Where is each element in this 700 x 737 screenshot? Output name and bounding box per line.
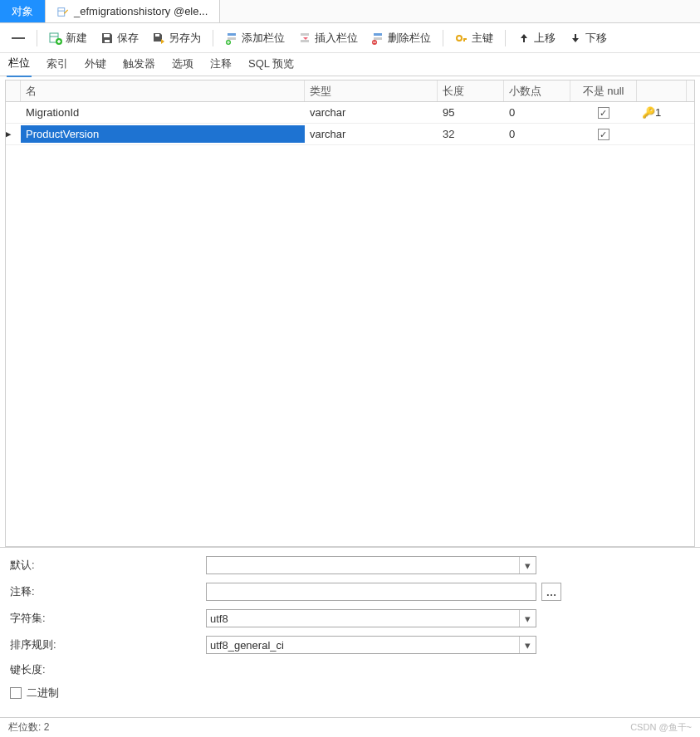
arrow-up-icon [517, 32, 531, 45]
row-gutter [6, 110, 21, 115]
tab-sql-preview[interactable]: SQL 预览 [247, 53, 296, 76]
add-field-icon [225, 32, 238, 45]
cell-name[interactable]: MigrationId [21, 104, 305, 121]
cell-decimals[interactable]: 0 [504, 104, 570, 121]
move-up-label: 上移 [534, 31, 556, 46]
gutter-header [6, 81, 21, 101]
save-as-button[interactable]: 另存为 [147, 29, 206, 47]
key-length-label: 键长度: [10, 662, 206, 677]
menu-button[interactable] [7, 30, 30, 46]
charset-combo[interactable]: utf8 ▾ [206, 609, 536, 627]
tab-objects[interactable]: 对象 [0, 0, 46, 22]
row-gutter: ▶ [6, 132, 21, 137]
table-row[interactable]: MigrationIdvarchar950✓🔑1 [6, 102, 694, 124]
move-down-button[interactable]: 下移 [564, 29, 612, 47]
svg-point-16 [457, 36, 462, 41]
insert-field-label: 插入栏位 [315, 31, 358, 46]
primary-key-button[interactable]: 主键 [450, 29, 498, 47]
field-count: 栏位数: 2 [8, 720, 49, 735]
save-as-icon [152, 32, 165, 45]
cell-key [637, 132, 687, 137]
col-type[interactable]: 类型 [305, 81, 438, 101]
status-bar: 栏位数: 2 CSDN @鱼干~ [0, 717, 700, 737]
svg-rect-5 [104, 34, 110, 37]
delete-field-label: 删除栏位 [388, 31, 431, 46]
svg-rect-6 [105, 40, 110, 42]
cell-not-null[interactable]: ✓ [570, 125, 637, 144]
collation-value: utf8_general_ci [210, 639, 284, 652]
default-label: 默认: [10, 558, 206, 573]
binary-checkbox[interactable] [10, 687, 22, 699]
field-properties: 默认: ▾ 注释: … 字符集: utf8 ▾ 排序规则: utf8_gener… [0, 547, 700, 717]
col-length[interactable]: 长度 [438, 81, 504, 101]
col-name[interactable]: 名 [21, 81, 305, 101]
collation-label: 排序规则: [10, 637, 206, 652]
binary-label: 二进制 [27, 686, 59, 700]
svg-rect-9 [228, 37, 236, 40]
cell-length[interactable]: 32 [438, 125, 504, 143]
arrow-down-icon [569, 32, 582, 45]
comment-input[interactable] [206, 583, 536, 601]
tab-fields[interactable]: 栏位 [7, 52, 32, 77]
col-decimals[interactable]: 小数点 [504, 81, 570, 101]
tab-editor-label: _efmigrationshistory @ele... [74, 5, 208, 17]
save-button[interactable]: 保存 [95, 29, 144, 47]
grid-header: 名 类型 长度 小数点 不是 null [6, 81, 694, 102]
svg-rect-11 [301, 33, 309, 36]
comment-more-button[interactable]: … [541, 583, 561, 601]
add-field-label: 添加栏位 [242, 31, 285, 46]
tab-triggers[interactable]: 触发器 [121, 53, 157, 76]
chevron-down-icon[interactable]: ▾ [519, 637, 536, 653]
chevron-down-icon[interactable]: ▾ [519, 557, 536, 573]
insert-field-button[interactable]: 插入栏位 [293, 29, 363, 47]
cell-name[interactable]: ProductVersion [21, 125, 305, 143]
move-up-button[interactable]: 上移 [512, 29, 560, 47]
toolbar: 新建 保存 另存为 添加栏位 插入栏位 删除栏位 主键 上移 下移 [0, 23, 700, 53]
charset-label: 字符集: [10, 611, 206, 626]
default-combo[interactable]: ▾ [206, 556, 536, 574]
svg-rect-13 [374, 33, 382, 36]
new-label: 新建 [66, 31, 87, 46]
add-field-button[interactable]: 添加栏位 [220, 29, 290, 47]
tab-comment[interactable]: 注释 [208, 53, 233, 76]
not-null-checkbox[interactable]: ✓ [598, 107, 609, 119]
insert-field-icon [298, 32, 311, 45]
main-area: 名 类型 长度 小数点 不是 null MigrationIdvarchar95… [0, 76, 700, 717]
tab-editor[interactable]: _efmigrationshistory @ele... [46, 0, 220, 22]
col-key [637, 81, 687, 101]
new-table-icon [49, 32, 62, 45]
table-edit-icon [57, 6, 69, 17]
table-row[interactable]: ▶ProductVersionvarchar320✓ [6, 124, 694, 145]
delete-field-button[interactable]: 删除栏位 [366, 29, 436, 47]
not-null-checkbox[interactable]: ✓ [598, 129, 609, 140]
tab-options[interactable]: 选项 [170, 53, 195, 76]
cell-decimals[interactable]: 0 [504, 125, 570, 143]
watermark: CSDN @鱼干~ [630, 721, 692, 734]
tab-indexes[interactable]: 索引 [45, 53, 70, 76]
save-icon [100, 32, 114, 45]
comment-label: 注释: [10, 584, 206, 599]
charset-value: utf8 [210, 613, 228, 625]
grid-body[interactable]: MigrationIdvarchar950✓🔑1▶ProductVersionv… [6, 102, 694, 546]
cell-not-null[interactable]: ✓ [570, 104, 637, 122]
save-as-label: 另存为 [169, 31, 201, 46]
separator [213, 30, 213, 46]
col-not-null[interactable]: 不是 null [570, 81, 637, 101]
row-indicator-icon: ▶ [6, 129, 11, 139]
cell-key: 🔑1 [637, 104, 687, 121]
svg-rect-12 [301, 40, 309, 42]
document-tab-bar: 对象 _efmigrationshistory @ele... [0, 0, 700, 23]
new-button[interactable]: 新建 [44, 29, 92, 47]
cell-type[interactable]: varchar [305, 104, 438, 121]
move-down-label: 下移 [585, 31, 607, 46]
collation-combo[interactable]: utf8_general_ci ▾ [206, 636, 536, 654]
cell-type[interactable]: varchar [305, 125, 438, 143]
key-icon [455, 32, 468, 45]
svg-rect-8 [228, 33, 236, 36]
key-icon: 🔑 [642, 106, 655, 119]
tab-objects-label: 对象 [12, 4, 33, 19]
cell-length[interactable]: 95 [438, 104, 504, 121]
chevron-down-icon[interactable]: ▾ [519, 610, 536, 627]
tab-foreign-keys[interactable]: 外键 [83, 53, 108, 76]
svg-rect-14 [374, 37, 382, 40]
